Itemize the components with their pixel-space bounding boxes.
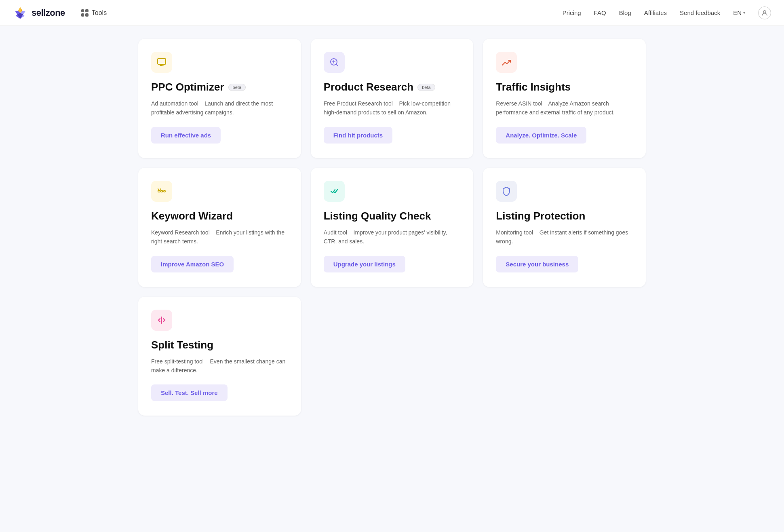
svg-line-12: [336, 64, 337, 66]
nav-faq[interactable]: FAQ: [594, 9, 606, 16]
listing-quality-check-cta-button[interactable]: Upgrade your listings: [324, 256, 405, 272]
nav-send-feedback[interactable]: Send feedback: [680, 9, 720, 16]
ppc-optimizer-cta-button[interactable]: Run effective ads: [151, 127, 221, 144]
tools-button[interactable]: Tools: [76, 7, 112, 19]
listing-quality-check-title-row: Listing Quality Check: [324, 210, 461, 222]
card-keyword-wizard: Keyword WizardKeyword Research tool – En…: [138, 168, 301, 287]
product-research-badge: beta: [417, 84, 435, 91]
listing-quality-check-description: Audit tool – Improve your product pages'…: [324, 228, 461, 246]
product-research-title: Product Research: [324, 81, 414, 93]
nav-affiliates[interactable]: Affiliates: [644, 9, 667, 16]
product-research-title-row: Product Researchbeta: [324, 81, 461, 93]
listing-protection-icon: [496, 181, 517, 202]
ppc-optimizer-badge: beta: [228, 84, 246, 91]
listing-quality-check-icon: [324, 181, 345, 202]
top-cards-grid: PPC OptimizerbetaAd automation tool – La…: [138, 39, 646, 287]
svg-rect-14: [158, 190, 160, 192]
language-selector[interactable]: EN ▾: [733, 9, 745, 16]
keyword-wizard-title: Keyword Wizard: [151, 210, 233, 222]
card-ppc-optimizer: PPC OptimizerbetaAd automation tool – La…: [138, 39, 301, 158]
grid-icon: [81, 9, 89, 17]
logo[interactable]: sellzone: [13, 6, 65, 20]
svg-line-18: [160, 189, 161, 190]
nav-pricing[interactable]: Pricing: [563, 9, 581, 16]
chevron-down-icon: ▾: [743, 11, 745, 15]
main-header: sellzone Tools Pricing FAQ Blog Affiliat…: [0, 0, 784, 26]
keyword-wizard-icon: [151, 181, 172, 202]
split-testing-cta-button[interactable]: Sell. Test. Sell more: [151, 384, 228, 401]
logo-text: sellzone: [32, 8, 65, 18]
svg-rect-9: [158, 59, 166, 64]
listing-quality-check-title: Listing Quality Check: [324, 210, 431, 222]
listing-protection-cta-button[interactable]: Secure your business: [496, 256, 578, 272]
traffic-insights-title: Traffic Insights: [496, 81, 571, 93]
svg-line-17: [158, 189, 159, 190]
traffic-insights-description: Reverse ASIN tool – Analyze Amazon searc…: [496, 99, 633, 117]
traffic-insights-cta-button[interactable]: Analyze. Optimize. Scale: [496, 127, 586, 144]
split-testing-icon: [151, 310, 172, 331]
split-testing-description: Free split-testing tool – Even the small…: [151, 357, 288, 375]
keyword-wizard-title-row: Keyword Wizard: [151, 210, 288, 222]
product-research-icon: [324, 52, 345, 73]
nav-blog[interactable]: Blog: [619, 9, 631, 16]
card-split-testing: Split TestingFree split-testing tool – E…: [138, 297, 301, 416]
keyword-wizard-description: Keyword Research tool – Enrich your list…: [151, 228, 288, 246]
split-testing-title-row: Split Testing: [151, 339, 288, 351]
svg-point-16: [164, 190, 165, 192]
traffic-insights-title-row: Traffic Insights: [496, 81, 633, 93]
product-research-cta-button[interactable]: Find hit products: [324, 127, 392, 144]
ppc-optimizer-description: Ad automation tool – Launch and direct t…: [151, 99, 288, 117]
ppc-optimizer-title-row: PPC Optimizerbeta: [151, 81, 288, 93]
listing-protection-title-row: Listing Protection: [496, 210, 633, 222]
main-content: PPC OptimizerbetaAd automation tool – La…: [125, 26, 659, 435]
ppc-optimizer-icon: [151, 52, 172, 73]
listing-protection-title: Listing Protection: [496, 210, 585, 222]
keyword-wizard-cta-button[interactable]: Improve Amazon SEO: [151, 256, 234, 272]
bottom-cards-grid: Split TestingFree split-testing tool – E…: [138, 297, 646, 416]
card-listing-protection: Listing ProtectionMonitoring tool – Get …: [483, 168, 646, 287]
product-research-description: Free Product Research tool – Pick low-co…: [324, 99, 461, 117]
card-traffic-insights: Traffic InsightsReverse ASIN tool – Anal…: [483, 39, 646, 158]
card-listing-quality-check: Listing Quality CheckAudit tool – Improv…: [311, 168, 474, 287]
card-product-research: Product ResearchbetaFree Product Researc…: [311, 39, 474, 158]
svg-point-8: [763, 11, 766, 13]
main-nav: Pricing FAQ Blog Affiliates Send feedbac…: [563, 6, 771, 19]
ppc-optimizer-title: PPC Optimizer: [151, 81, 224, 93]
user-account-icon[interactable]: [758, 6, 771, 19]
svg-rect-15: [161, 190, 162, 192]
listing-protection-description: Monitoring tool – Get instant alerts if …: [496, 228, 633, 246]
split-testing-title: Split Testing: [151, 339, 213, 351]
traffic-insights-icon: [496, 52, 517, 73]
